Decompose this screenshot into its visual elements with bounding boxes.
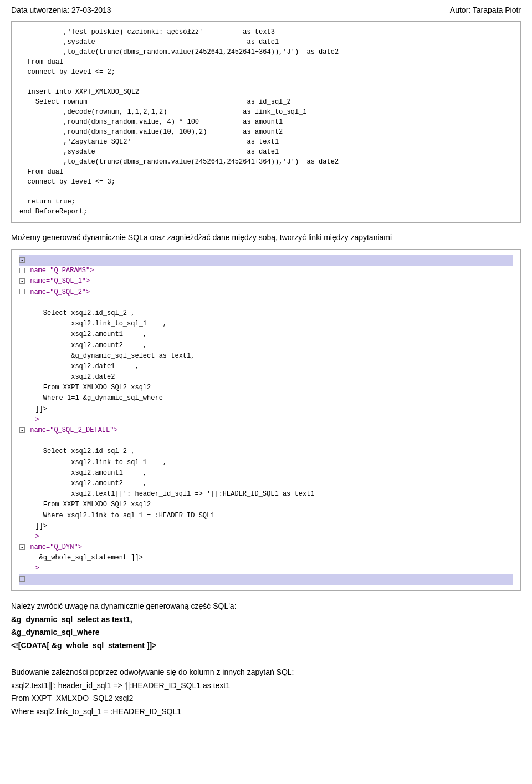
footer-sql-line2: From XXPT_XMLXDO_SQL2 xsql2: [11, 692, 521, 705]
date-label: Data utworzenia: 27-03-2013: [11, 6, 111, 14]
footer-intro: Należy zwrócić uwagę na dynamicznie gene…: [11, 600, 521, 613]
description-1: Możemy generować dynamicznie SQLa oraz z…: [11, 232, 521, 243]
footer-description: Należy zwrócić uwagę na dynamicznie gene…: [11, 600, 521, 719]
xml-code-block: -- name="Q_PARAMS">- name="Q_SQL_1">- na…: [11, 249, 521, 591]
footer-line2: &g_dynamic_sql_where: [11, 626, 521, 639]
footer-sql-line1: xsql2.text1||': header_id_sql1 => '||:HE…: [11, 679, 521, 693]
footer-sql-line3: Where xsql2.link_to_sql_1 = :HEADER_ID_S…: [11, 705, 521, 719]
page-header: Data utworzenia: 27-03-2013 Autor: Tarap…: [11, 6, 521, 14]
footer-section2-intro: Budowanie zależności poprzez odwoływanie…: [11, 666, 521, 679]
footer-line1: &g_dynamic_sql_select as text1,: [11, 613, 521, 627]
sql-code-block: ,'Test polskiej czcionki: ąęćśółżź' as t…: [11, 21, 521, 223]
footer-line3: <![CDATA[ &g_whole_sql_statement ]]>: [11, 639, 521, 653]
author-label: Autor: Tarapata Piotr: [450, 6, 521, 14]
